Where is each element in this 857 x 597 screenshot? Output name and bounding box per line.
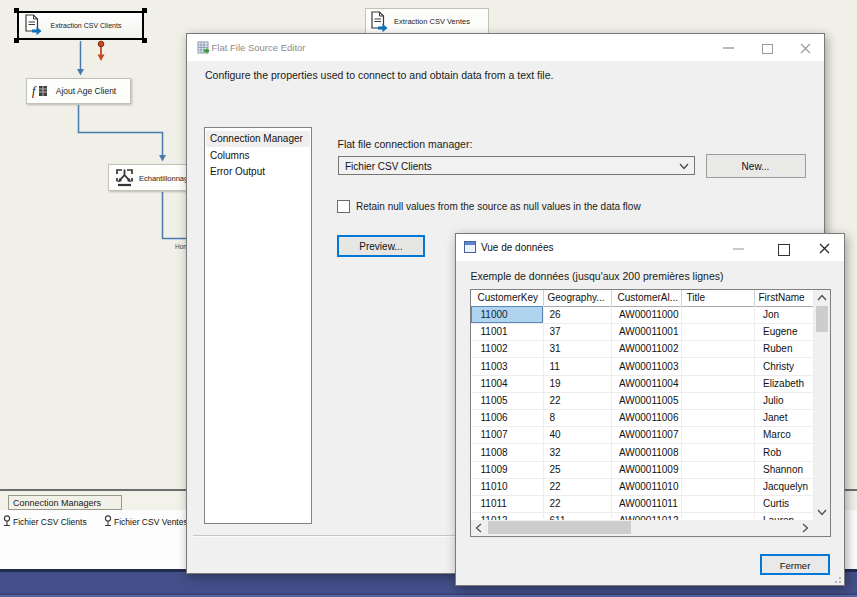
svg-text:f: f bbox=[32, 84, 37, 98]
